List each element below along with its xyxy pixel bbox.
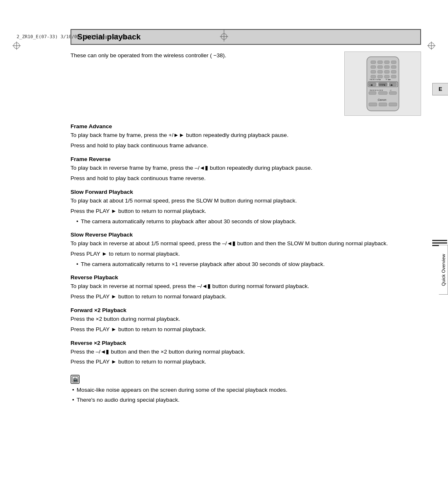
section-frame-advance: Frame Advance To play back frame by fram… — [71, 123, 421, 150]
heading-reverse-playback: Reverse Playback — [71, 274, 421, 281]
svg-rect-32 — [377, 75, 382, 78]
svg-rect-28 — [377, 70, 382, 73]
bullet-dot: • — [76, 217, 78, 226]
svg-rect-51 — [369, 103, 377, 106]
intro-paragraph: These can only be operated from the wire… — [71, 51, 336, 60]
intro-block: These can only be operated from the wire… — [71, 51, 421, 116]
svg-rect-24 — [377, 66, 382, 68]
print-header: 2_ZR10_E(07-33) 3/10/00 18:19 Page 29 (1… — [17, 34, 135, 39]
note-bullet-text-0: Mosaic-like noise appears on the screen … — [77, 386, 287, 395]
svg-rect-53 — [389, 103, 397, 106]
section-forward-x2: Forward ×2 Playback Press the ×2 button … — [71, 307, 421, 334]
svg-rect-19 — [371, 61, 376, 63]
svg-rect-58 — [74, 378, 76, 378]
heading-slow-reverse: Slow Reverse Playback — [71, 232, 421, 238]
heading-slow-forward: Slow Forward Playback — [71, 189, 421, 195]
note-icon-svg: 📷 — [71, 376, 79, 383]
quick-overview-tab: Quick Overview — [439, 245, 448, 295]
note-icon: 📷 — [71, 375, 80, 384]
deco-line-1 — [432, 240, 447, 241]
section-reverse-x2: Reverse ×2 Playback Press the –/◄▮ butto… — [71, 340, 421, 367]
remote-control-image: PAUSE PLAY▶ FF ▶▶ –◀▮ STOP▮ +▮▶ PAUSE M … — [344, 51, 421, 116]
svg-rect-20 — [377, 61, 382, 63]
section-frame-reverse: Frame Reverse To play back in reverse fr… — [71, 156, 421, 183]
svg-rect-23 — [371, 66, 376, 68]
bullet-slow-forward-text: The camera automatically returns to play… — [81, 217, 297, 226]
note-bullet-1: • There's no audio during special playba… — [72, 395, 421, 405]
svg-text:PAUSE M  SLOW M: PAUSE M SLOW M — [370, 89, 383, 91]
svg-text:PAUSE PLAY▶: PAUSE PLAY▶ — [370, 78, 381, 80]
intro-text: These can only be operated from the wire… — [71, 51, 336, 116]
note-bullet-text-1: There's no audio during special playback… — [77, 395, 180, 405]
svg-rect-31 — [371, 75, 376, 78]
svg-rect-34 — [391, 75, 396, 78]
body-frame-reverse-0: To play back in reverse frame by frame, … — [71, 164, 421, 173]
note-bullet-0: • Mosaic-like noise appears on the scree… — [72, 386, 421, 395]
crosshair-top — [220, 29, 228, 43]
section-reverse-playback: Reverse Playback To play back in reverse… — [71, 274, 421, 301]
reg-mark-tl — [12, 41, 21, 50]
body-frame-advance-0: To play back frame by frame, press the +… — [71, 131, 421, 140]
bullet-slow-reverse-text: The camera automatically returns to ×1 r… — [81, 260, 325, 268]
svg-rect-22 — [391, 61, 396, 63]
deco-line-2 — [432, 242, 447, 244]
svg-rect-30 — [391, 70, 396, 73]
body-slow-reverse-1: Press PLAY ► to return to normal playbac… — [71, 250, 421, 259]
svg-text:STOP▮: STOP▮ — [379, 84, 385, 86]
svg-text:–◀▮: –◀▮ — [369, 84, 372, 86]
body-reverse-x2-1: Press the PLAY ► button to return to nor… — [71, 358, 421, 366]
body-slow-forward-0: To play back at about 1/5 normal speed, … — [71, 197, 421, 205]
body-slow-reverse-0: To play back in reverse at about 1/5 nor… — [71, 239, 421, 248]
bullet-slow-reverse-0: • The camera automatically returns to ×1… — [76, 260, 421, 268]
note-bullets: • Mosaic-like noise appears on the scree… — [71, 386, 421, 404]
heading-forward-x2: Forward ×2 Playback — [71, 307, 421, 313]
heading-frame-reverse: Frame Reverse — [71, 156, 421, 162]
body-frame-reverse-1: Press and hold to play back continuous f… — [71, 174, 421, 183]
svg-text:×2: ×2 — [390, 89, 391, 91]
remote-svg: PAUSE PLAY▶ FF ▶▶ –◀▮ STOP▮ +▮▶ PAUSE M … — [360, 55, 406, 113]
svg-rect-33 — [384, 75, 389, 78]
svg-rect-27 — [371, 70, 376, 73]
reg-mark-tr — [427, 41, 436, 50]
quick-overview-label: Quick Overview — [441, 254, 446, 286]
svg-text:FF ▶▶: FF ▶▶ — [385, 78, 391, 80]
note-bullet-dot-1: • — [72, 395, 74, 405]
heading-frame-advance: Frame Advance — [71, 123, 421, 129]
svg-rect-26 — [391, 66, 396, 68]
main-content: Special playback These can only be opera… — [71, 29, 421, 405]
note-bullet-dot-0: • — [72, 386, 74, 395]
body-reverse-playback-1: Press the PLAY ► button to return to nor… — [71, 293, 421, 301]
body-slow-forward-1: Press the PLAY ► button to return to nor… — [71, 207, 421, 216]
body-reverse-x2-0: Press the –/◄▮ button and then the ×2 bu… — [71, 348, 421, 356]
body-reverse-playback-0: To play back in reverse at normal speed,… — [71, 282, 421, 291]
bullet-slow-forward-0: • The camera automatically returns to pl… — [76, 217, 421, 226]
svg-rect-29 — [384, 70, 389, 73]
svg-text:Canon: Canon — [377, 98, 386, 101]
body-frame-advance-1: Press and hold to play back continuous f… — [71, 142, 421, 150]
svg-rect-48 — [378, 91, 387, 94]
bullet-dot-2: • — [76, 260, 78, 268]
heading-reverse-x2: Reverse ×2 Playback — [71, 340, 421, 346]
svg-text:+▮▶: +▮▶ — [390, 84, 393, 86]
body-forward-x2-1: Press the PLAY ► button to return to nor… — [71, 325, 421, 334]
section-slow-reverse: Slow Reverse Playback To play back in re… — [71, 232, 421, 268]
page: 2_ZR10_E(07-33) 3/10/00 18:19 Page 29 (1… — [0, 29, 448, 493]
body-forward-x2-0: Press the ×2 button during normal playba… — [71, 315, 421, 324]
note-block: 📷 • Mosaic-like noise appears on the scr… — [71, 375, 421, 404]
section-slow-forward: Slow Forward Playback To play back at ab… — [71, 189, 421, 226]
svg-rect-21 — [384, 61, 389, 63]
svg-rect-49 — [389, 91, 396, 94]
sidebar-e-tab: E — [432, 83, 448, 95]
svg-rect-47 — [369, 91, 376, 94]
svg-rect-25 — [384, 66, 389, 68]
svg-rect-52 — [379, 103, 387, 106]
